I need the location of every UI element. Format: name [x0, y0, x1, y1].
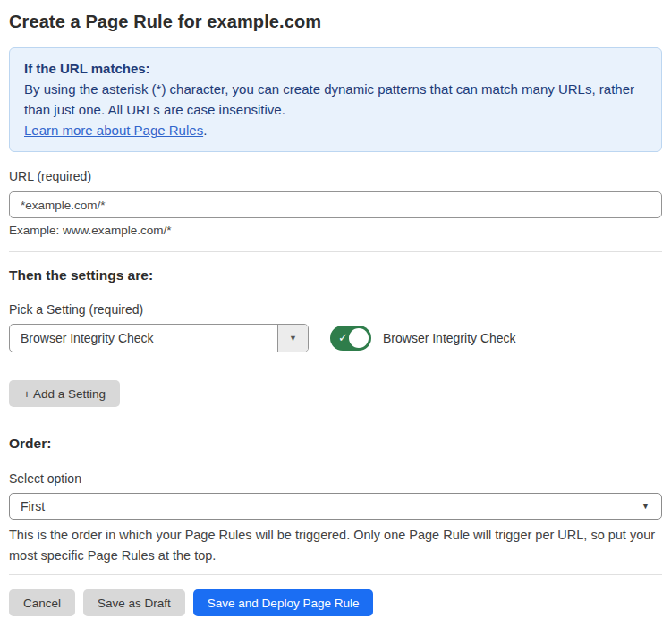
divider	[9, 574, 662, 575]
caret-down-icon[interactable]: ▼	[277, 325, 308, 352]
divider	[9, 419, 662, 419]
learn-more-link[interactable]: Learn more about Page Rules	[24, 123, 203, 138]
add-setting-button[interactable]: + Add a Setting	[9, 380, 120, 407]
browser-integrity-toggle[interactable]: ✓	[330, 326, 371, 351]
check-icon: ✓	[338, 331, 348, 344]
save-and-deploy-button[interactable]: Save and Deploy Page Rule	[193, 589, 374, 616]
info-box-body: By using the asterisk (*) character, you…	[24, 79, 647, 120]
order-select[interactable]: First ▼	[9, 493, 662, 520]
url-match-info-box: If the URL matches: By using the asteris…	[9, 47, 662, 152]
setting-select-value: Browser Integrity Check	[10, 325, 277, 352]
info-box-heading: If the URL matches:	[24, 58, 647, 79]
link-period: .	[203, 123, 207, 138]
toggle-label: Browser Integrity Check	[383, 331, 516, 345]
url-example: Example: www.example.com/*	[9, 224, 662, 237]
select-option-label: Select option	[9, 471, 662, 486]
page-title: Create a Page Rule for example.com	[9, 12, 662, 32]
info-box-link-row: Learn more about Page Rules.	[24, 120, 647, 140]
url-label: URL (required)	[9, 169, 662, 183]
create-page-rule-form: Create a Page Rule for example.com If th…	[0, 0, 671, 616]
caret-down-icon: ▼	[641, 502, 650, 511]
save-as-draft-button[interactable]: Save as Draft	[83, 589, 185, 616]
order-select-value: First	[21, 499, 45, 513]
cancel-button[interactable]: Cancel	[9, 589, 75, 616]
form-actions: Cancel Save as Draft Save and Deploy Pag…	[9, 589, 662, 616]
divider	[9, 251, 662, 252]
settings-heading: Then the settings are:	[9, 267, 662, 284]
order-help-text: This is the order in which your Page Rul…	[9, 525, 662, 566]
order-heading: Order:	[9, 436, 662, 452]
setting-select[interactable]: Browser Integrity Check ▼	[9, 324, 309, 352]
url-input[interactable]	[9, 191, 662, 218]
setting-row: Browser Integrity Check ▼ ✓ Browser Inte…	[9, 324, 662, 352]
pick-setting-label: Pick a Setting (required)	[9, 302, 662, 317]
toggle-knob	[349, 328, 369, 348]
